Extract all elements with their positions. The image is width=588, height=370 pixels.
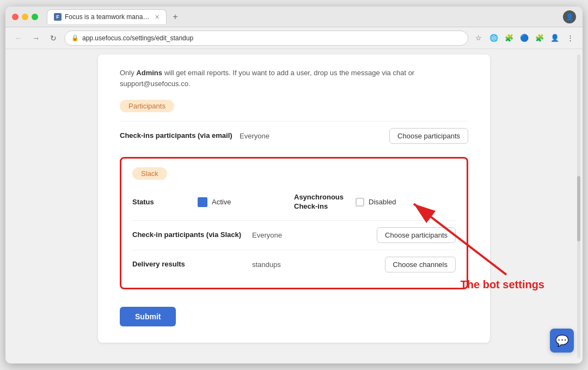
tab-area: F Focus is a teamwork managem... ✕ + [47, 9, 559, 24]
participants-section: Participants Check-ins participants (via… [120, 100, 468, 150]
svg-line-1 [414, 204, 506, 275]
tab-close-icon[interactable]: ✕ [155, 14, 160, 21]
chat-bubble-button[interactable]: 💬 [550, 329, 574, 353]
annotation-text: The bot settings [461, 278, 544, 291]
async-label-wrapper: Asynchronous Check-ins [294, 193, 344, 211]
checkins-email-action: Choose participants [389, 128, 468, 144]
status-label: Status [132, 198, 198, 206]
forward-button[interactable]: → [29, 32, 42, 45]
menu-button[interactable]: ⋮ [564, 32, 576, 44]
extension-icon-1[interactable]: 🌐 [488, 32, 500, 44]
checkins-email-label: Check-ins participants (via email) [120, 131, 240, 141]
submit-button[interactable]: Submit [120, 307, 176, 326]
chat-icon: 💬 [555, 334, 569, 347]
page-content: Only Admins will get email reports. If y… [5, 49, 583, 363]
async-label-line2: Check-ins [294, 202, 344, 211]
slack-badge: Slack [132, 167, 167, 180]
status-indicator: Active [198, 197, 231, 207]
title-bar: F Focus is a teamwork managem... ✕ + 👤 [5, 7, 583, 27]
status-active-text: Active [212, 198, 231, 206]
participants-badge: Participants [120, 100, 174, 112]
active-tab[interactable]: F Focus is a teamwork managem... ✕ [47, 9, 167, 24]
checkins-email-value: Everyone [240, 132, 389, 140]
checkin-slack-value: Everyone [252, 231, 377, 239]
arrow-annotation: The bot settings [359, 171, 544, 291]
back-button[interactable]: ← [12, 32, 25, 45]
extension-icon-3[interactable]: 🔵 [518, 32, 530, 44]
arrow-svg [359, 171, 544, 291]
lock-icon: 🔒 [71, 34, 79, 41]
extensions-button[interactable]: 🧩 [534, 32, 546, 44]
tab-favicon: F [54, 13, 62, 21]
scrollbar-thumb[interactable] [577, 176, 580, 241]
status-active-icon [198, 197, 207, 207]
new-tab-button[interactable]: + [169, 10, 182, 23]
checkin-slack-label: Check-in participants (via Slack) [132, 230, 252, 240]
delivery-label: Delivery results [132, 259, 252, 269]
minimize-button[interactable] [22, 14, 28, 20]
address-text: app.usefocus.co/settings/edit_standup [82, 34, 461, 42]
admins-bold: Admins [136, 69, 162, 77]
status-left: Status Active [132, 197, 294, 207]
close-button[interactable] [12, 14, 19, 20]
info-text: Only Admins will get email reports. If y… [120, 68, 468, 89]
extension-icon-2[interactable]: 🧩 [503, 32, 515, 44]
browser-window: F Focus is a teamwork managem... ✕ + 👤 ←… [5, 7, 583, 363]
profile-icon[interactable]: 👤 [563, 10, 576, 23]
scrollbar[interactable] [577, 54, 580, 358]
bookmark-icon[interactable]: ☆ [473, 32, 485, 44]
nav-icons-right: ☆ 🌐 🧩 🔵 🧩 👤 ⋮ [473, 32, 576, 44]
refresh-button[interactable]: ↻ [47, 32, 60, 45]
maximize-button[interactable] [32, 14, 38, 20]
async-label-line1: Asynchronous [294, 193, 344, 202]
address-bar[interactable]: 🔒 app.usefocus.co/settings/edit_standup [64, 31, 468, 46]
profile-button[interactable]: 👤 [549, 32, 561, 44]
nav-bar: ← → ↻ 🔒 app.usefocus.co/settings/edit_st… [5, 27, 583, 49]
traffic-lights [12, 14, 38, 20]
tab-title: Focus is a teamwork managem... [65, 13, 151, 21]
checkins-email-row: Check-ins participants (via email) Every… [120, 121, 468, 150]
choose-participants-email-button[interactable]: Choose participants [389, 128, 468, 144]
